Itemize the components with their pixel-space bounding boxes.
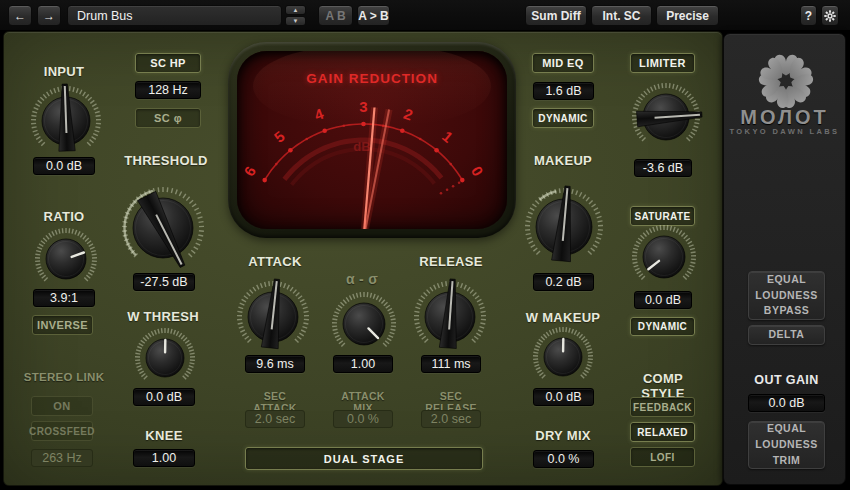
arrow-left-icon: ← bbox=[14, 9, 26, 23]
attack-knob[interactable] bbox=[228, 272, 318, 362]
svg-text:1: 1 bbox=[439, 128, 456, 146]
equal-loudness-trim-button[interactable]: EQUAL LOUDNESS TRIM bbox=[748, 421, 825, 469]
input-value[interactable]: 0.0 dB bbox=[33, 157, 95, 175]
settings-button[interactable] bbox=[821, 5, 839, 26]
limiter-knob[interactable] bbox=[623, 74, 709, 160]
release-value[interactable]: 111 ms bbox=[421, 355, 481, 373]
comp-style-feedback-toggle[interactable]: FEEDBACK bbox=[630, 397, 695, 417]
dry-mix-value[interactable]: 0.0 % bbox=[533, 450, 594, 468]
sidechain-highpass-toggle[interactable]: SC HP bbox=[135, 53, 201, 73]
molot-plugin-window: ← → Drum Bus ▲ ▼ A B A > B Sum Diff Int.… bbox=[0, 0, 850, 490]
limiter-value[interactable]: -3.6 dB bbox=[634, 159, 692, 177]
out-gain-label: OUT GAIN bbox=[748, 373, 825, 387]
mid-eq-dynamic-toggle[interactable]: DYNAMIC bbox=[532, 108, 594, 128]
limiter-toggle[interactable]: LIMITER bbox=[630, 53, 695, 73]
gear-icon bbox=[824, 10, 836, 22]
arrow-right-icon: → bbox=[43, 9, 55, 23]
w-makeup-knob[interactable] bbox=[524, 318, 602, 396]
release-label: RELEASE bbox=[419, 254, 483, 269]
svg-text:3: 3 bbox=[359, 98, 367, 115]
preset-spin-up-button[interactable]: ▲ bbox=[285, 5, 306, 15]
saturate-knob[interactable] bbox=[623, 216, 705, 298]
svg-text:5: 5 bbox=[271, 128, 288, 146]
crossfeed-toggle[interactable]: CROSSFEED bbox=[31, 421, 93, 441]
threshold-value[interactable]: -27.5 dB bbox=[133, 273, 195, 291]
meter-glass: 6543210dB GAIN REDUCTION bbox=[237, 51, 507, 229]
crossfeed-freq-value[interactable]: 263 Hz bbox=[31, 449, 93, 467]
triangle-down-icon: ▼ bbox=[293, 18, 299, 24]
preset-selector[interactable]: Drum Bus bbox=[67, 5, 282, 26]
comp-style-relaxed-toggle[interactable]: RELAXED bbox=[630, 422, 695, 442]
out-gain-value[interactable]: 0.0 dB bbox=[748, 394, 825, 412]
saturate-dynamic-toggle[interactable]: DYNAMIC bbox=[630, 317, 695, 336]
w-thresh-value[interactable]: 0.0 dB bbox=[133, 388, 195, 406]
w-makeup-value[interactable]: 0.0 dB bbox=[533, 388, 594, 406]
question-mark-icon: ? bbox=[805, 9, 812, 23]
internal-sidechain-button[interactable]: Int. SC bbox=[591, 5, 652, 26]
saturate-value[interactable]: 0.0 dB bbox=[634, 291, 692, 309]
threshold-label: THRESHOLD bbox=[121, 153, 211, 168]
ratio-knob[interactable] bbox=[26, 219, 106, 299]
gain-reduction-meter: 6543210dB GAIN REDUCTION bbox=[228, 42, 516, 238]
svg-text:0: 0 bbox=[468, 163, 487, 179]
preset-spin-down-button[interactable]: ▼ bbox=[285, 16, 306, 26]
precise-mode-button[interactable]: Precise bbox=[656, 5, 719, 26]
attack-mix-value[interactable]: 0.0 % bbox=[333, 410, 393, 428]
attack-label: ATTACK bbox=[243, 254, 307, 269]
knee-value[interactable]: 1.00 bbox=[133, 449, 195, 467]
inverse-toggle[interactable]: INVERSE bbox=[32, 315, 93, 335]
sec-attack-value[interactable]: 2.0 sec bbox=[245, 410, 305, 428]
alpha-sigma-knob[interactable] bbox=[323, 283, 405, 365]
comp-style-lofi-toggle[interactable]: LOFI bbox=[630, 447, 695, 467]
sidechain-phase-toggle[interactable]: SC φ bbox=[135, 108, 201, 128]
sum-diff-button[interactable]: Sum Diff bbox=[525, 5, 587, 26]
threshold-knob[interactable] bbox=[113, 178, 213, 278]
sec-release-value[interactable]: 2.0 sec bbox=[421, 410, 481, 428]
preset-name: Drum Bus bbox=[77, 9, 133, 23]
attack-value[interactable]: 9.6 ms bbox=[245, 355, 305, 373]
mid-eq-toggle[interactable]: MID EQ bbox=[532, 53, 594, 73]
ab-compare-button[interactable]: A B bbox=[318, 5, 353, 26]
dry-mix-label: DRY MIX bbox=[531, 428, 595, 443]
help-button[interactable]: ? bbox=[800, 5, 817, 26]
knee-label: KNEE bbox=[133, 428, 195, 443]
svg-text:2: 2 bbox=[401, 105, 415, 124]
alpha-sigma-value[interactable]: 1.00 bbox=[333, 355, 393, 373]
ratio-value[interactable]: 3.9:1 bbox=[33, 289, 95, 307]
a-to-b-copy-button[interactable]: A > B bbox=[357, 5, 390, 26]
stereo-link-on-toggle[interactable]: ON bbox=[31, 396, 93, 416]
w-thresh-knob[interactable] bbox=[126, 319, 204, 397]
meter-title: GAIN REDUCTION bbox=[237, 71, 507, 86]
preset-forward-button[interactable]: → bbox=[37, 5, 61, 26]
toolbar: ← → Drum Bus ▲ ▼ A B A > B Sum Diff Int.… bbox=[0, 0, 850, 30]
svg-text:4: 4 bbox=[312, 105, 326, 124]
release-knob[interactable] bbox=[405, 272, 495, 362]
makeup-value[interactable]: 0.2 dB bbox=[533, 273, 594, 291]
triangle-up-icon: ▲ bbox=[293, 7, 299, 13]
sidechain-highpass-freq-value[interactable]: 128 Hz bbox=[135, 81, 201, 99]
makeup-knob[interactable] bbox=[516, 179, 612, 275]
svg-text:6: 6 bbox=[240, 163, 259, 179]
equal-loudness-bypass-button[interactable]: EQUAL LOUDNESS BYPASS bbox=[748, 271, 825, 320]
dual-stage-toggle[interactable]: DUAL STAGE bbox=[245, 447, 483, 470]
brand-subtitle: TOKYO DAWN LABS bbox=[723, 127, 846, 136]
brand-name: МОЛОТ bbox=[723, 106, 846, 129]
mid-eq-value[interactable]: 1.6 dB bbox=[533, 82, 594, 100]
delta-button[interactable]: DELTA bbox=[748, 325, 825, 345]
brand-flower-logo bbox=[757, 52, 815, 110]
stereo-link-label: STEREO LINK bbox=[19, 371, 109, 383]
input-knob[interactable] bbox=[22, 77, 110, 165]
makeup-label: MAKEUP bbox=[530, 153, 596, 168]
preset-back-button[interactable]: ← bbox=[8, 5, 32, 26]
